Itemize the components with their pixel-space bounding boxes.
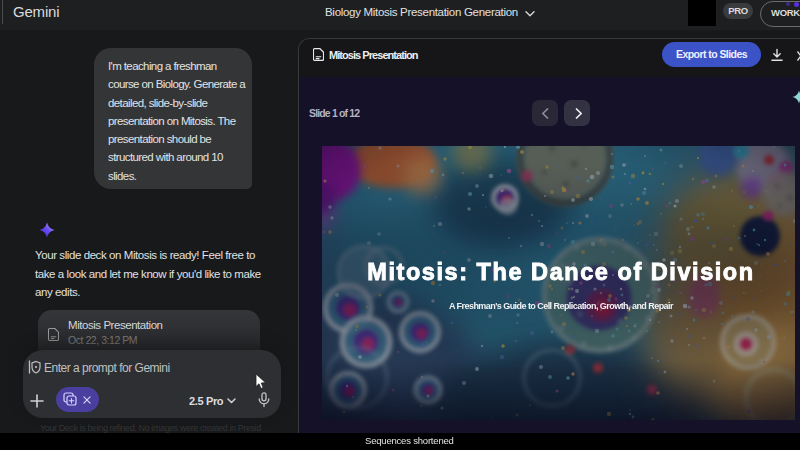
- svg-text:A Freshman's Guide to Cell Rep: A Freshman's Guide to Cell Replication, …: [449, 301, 674, 311]
- svg-text:Mitosis: The Dance of Division: Mitosis: The Dance of Division: [367, 259, 754, 285]
